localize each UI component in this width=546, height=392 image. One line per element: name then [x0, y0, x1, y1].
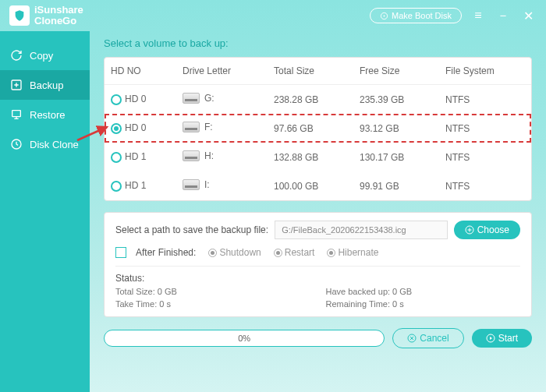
app-name-1: iSunshare: [34, 5, 83, 16]
app-name-2: CloneGo: [34, 16, 83, 26]
sidebar-item-label: Copy: [30, 50, 53, 62]
volume-table-panel: HD NO Drive Letter Total Size Free Size …: [104, 57, 532, 201]
clone-icon: [9, 137, 23, 151]
option-shutdown[interactable]: Shutdown: [208, 247, 261, 258]
refresh-icon: [9, 48, 23, 62]
radio-icon[interactable]: [111, 94, 122, 105]
status-total-size: Total Size: 0 GB: [115, 287, 310, 296]
col-letter: Drive Letter: [176, 58, 268, 85]
disk-icon: [380, 12, 388, 20]
sidebar-item-copy[interactable]: Copy: [0, 41, 90, 70]
section-title: Select a volume to back up:: [104, 31, 532, 57]
choose-button[interactable]: Choose: [454, 221, 520, 239]
sidebar-item-label: Restore: [30, 109, 66, 121]
path-label: Select a path to save the backup file:: [115, 224, 268, 235]
svg-rect-3: [12, 111, 21, 117]
option-restart[interactable]: Restart: [274, 247, 315, 258]
radio-icon[interactable]: [111, 181, 122, 192]
cancel-icon: [407, 334, 417, 343]
close-button[interactable]: ✕: [519, 7, 537, 24]
app-logo: iSunshare CloneGo: [9, 5, 83, 27]
status-title: Status:: [115, 273, 520, 284]
restore-icon: [9, 108, 23, 122]
table-row[interactable]: HD 0 G: 238.28 GB 235.39 GB NTFS: [105, 85, 531, 115]
plus-box-icon: [9, 78, 23, 92]
progress-bar: 0%: [104, 330, 385, 347]
svg-point-1: [384, 15, 385, 16]
sidebar-item-disk-clone[interactable]: Disk Clone: [0, 129, 90, 159]
make-boot-disk-button[interactable]: Make Boot Disk: [370, 8, 462, 23]
status-remaining: Remaining Time: 0 s: [326, 299, 521, 309]
play-icon: [486, 334, 495, 343]
drive-icon: [183, 122, 200, 132]
backup-path-input[interactable]: [275, 221, 448, 239]
menu-button[interactable]: ≡: [470, 7, 487, 24]
col-fs: File System: [439, 58, 531, 85]
col-free: Free Size: [353, 58, 439, 85]
option-hibernate[interactable]: Hibernate: [327, 247, 378, 258]
drive-icon: [183, 179, 200, 190]
col-hd: HD NO: [105, 58, 176, 85]
sidebar-item-label: Disk Clone: [30, 139, 79, 150]
table-row[interactable]: HD 1 I: 100.00 GB 99.91 GB NTFS: [105, 171, 531, 200]
after-finished-label: After Finished:: [136, 247, 196, 258]
radio-icon: [274, 249, 282, 257]
radio-icon: [327, 249, 335, 257]
radio-icon[interactable]: [111, 152, 122, 163]
status-backed-up: Have backed up: 0 GB: [326, 287, 521, 296]
start-button[interactable]: Start: [472, 329, 532, 348]
options-panel: Select a path to save the backup file: C…: [104, 212, 532, 317]
sidebar-item-backup[interactable]: Backup: [0, 70, 90, 100]
table-row[interactable]: HD 0 F: 97.66 GB 93.12 GB NTFS: [105, 114, 531, 143]
sidebar: Copy Backup Restore Disk Clone: [0, 31, 90, 392]
table-row[interactable]: HD 1 H: 132.88 GB 130.17 GB NTFS: [105, 143, 531, 171]
radio-icon: [208, 249, 217, 257]
plus-circle-icon: [465, 225, 474, 235]
after-finished-checkbox[interactable]: [115, 247, 126, 258]
shield-icon: [9, 5, 30, 26]
radio-icon[interactable]: [111, 123, 122, 134]
sidebar-item-label: Backup: [30, 79, 63, 91]
cancel-button[interactable]: Cancel: [392, 328, 463, 348]
col-total: Total Size: [268, 58, 353, 85]
sidebar-item-restore[interactable]: Restore: [0, 100, 90, 129]
drive-icon: [183, 93, 200, 104]
drive-icon: [183, 150, 200, 161]
minimize-button[interactable]: －: [495, 7, 512, 24]
status-take-time: Take Time: 0 s: [115, 299, 310, 309]
